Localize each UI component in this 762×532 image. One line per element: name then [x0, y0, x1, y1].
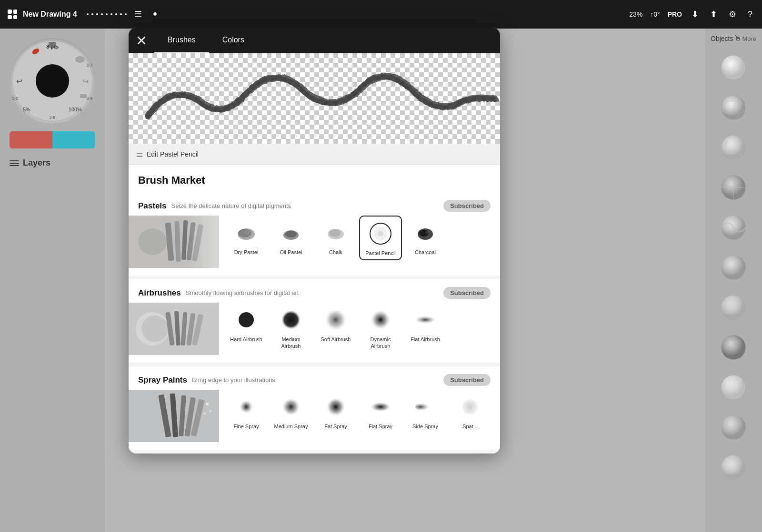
download-btn[interactable]: ⬇ — [690, 7, 701, 21]
objects-icon[interactable]: 🖱 — [734, 34, 742, 43]
brush-item-side-spray[interactable]: Side Spray — [404, 390, 447, 433]
sphere-item-4[interactable] — [714, 168, 752, 207]
brush-item-oil-pastel[interactable]: Oil Pastel — [270, 216, 312, 260]
brush-item-soft-airbrush[interactable]: Soft Airbrush — [314, 303, 357, 353]
svg-point-42 — [334, 233, 340, 237]
close-icon — [137, 36, 146, 45]
help-btn[interactable]: ? — [746, 8, 754, 21]
brush-item-fat-spray[interactable]: Fat Spray — [314, 390, 357, 433]
sphere-svg-8 — [719, 333, 748, 362]
color-bar-cyan[interactable] — [52, 131, 95, 148]
spray-preview-svg — [129, 390, 219, 442]
svg-point-9 — [31, 48, 40, 56]
svg-point-0 — [12, 40, 93, 121]
svg-point-70 — [204, 413, 206, 415]
chalk-thumb — [321, 218, 350, 247]
redo-btn[interactable]: ↪ — [82, 77, 89, 86]
layers-row[interactable]: Layers — [10, 156, 95, 170]
brush-item-medium-spray[interactable]: Medium Spray — [270, 390, 312, 433]
sphere-item-2[interactable] — [714, 89, 752, 127]
tab-brushes[interactable]: Brushes — [154, 28, 209, 53]
svg-point-13 — [721, 135, 746, 160]
sphere-svg-1 — [719, 53, 748, 82]
settings-btn[interactable]: ⚙ — [727, 7, 738, 21]
magic-btn[interactable]: ✦ — [150, 7, 160, 21]
pastel-pencil-svg — [369, 222, 392, 246]
brush-item-dry-pastel[interactable]: Dry Pastel — [225, 216, 268, 260]
brush-stroke-svg — [129, 53, 500, 144]
fine-spray-name: Fine Spray — [233, 423, 259, 430]
grid-icon[interactable] — [8, 10, 17, 19]
sphere-item-6[interactable] — [714, 248, 752, 286]
dynamic-airbrush-thumb — [366, 305, 395, 334]
edit-brush-label[interactable]: Edit Pastel Pencil — [147, 150, 199, 158]
svg-point-61 — [415, 316, 436, 324]
pastel-pencil-name: Pastel Pencil — [365, 250, 396, 256]
brush-item-spat[interactable]: Spat... — [449, 390, 491, 433]
category-preview-pastels — [129, 216, 219, 268]
hamburger-btn[interactable]: ☰ — [132, 7, 144, 21]
category-name-pastels: Pastels — [138, 201, 167, 211]
more-label[interactable]: More — [742, 35, 756, 42]
share-btn[interactable]: ⬆ — [708, 7, 719, 21]
zoom-stat: 23% — [629, 10, 642, 18]
undo-btn[interactable]: ↩ — [16, 77, 22, 86]
sliders-icon: ⚌ — [136, 149, 143, 158]
brush-item-charcoal[interactable]: Charcoal — [404, 216, 447, 260]
oil-pastel-name: Oil Pastel — [280, 249, 302, 256]
flat-airbrush-svg — [413, 308, 437, 332]
sphere-item-9[interactable] — [714, 368, 752, 406]
fat-spray-name: Fat Spray — [324, 423, 347, 430]
category-spray-paints: Spray Paints Bring edge to your illustra… — [129, 366, 500, 450]
sphere-item-11[interactable] — [714, 448, 752, 486]
sphere-item-1[interactable] — [714, 49, 752, 87]
close-btn[interactable] — [129, 28, 154, 53]
svg-point-71 — [240, 400, 253, 414]
category-airbrushes: Airbrushes Smoothly flowing airbrushes f… — [129, 279, 500, 363]
color-bar[interactable] — [10, 131, 95, 148]
charcoal-name: Charcoal — [415, 249, 436, 256]
brush-item-flat-airbrush[interactable]: Flat Airbrush — [404, 303, 447, 353]
dry-pastel-thumb — [232, 218, 261, 247]
svg-point-19 — [721, 255, 746, 280]
sphere-item-8[interactable] — [714, 328, 752, 366]
sphere-item-3[interactable] — [714, 128, 752, 167]
svg-point-48 — [425, 231, 430, 234]
brush-items-airbrushes: Hard Airbrush — [219, 303, 452, 353]
tab-colors[interactable]: Colors — [209, 28, 258, 53]
brush-item-chalk[interactable]: Chalk — [314, 216, 357, 260]
brush-item-medium-airbrush[interactable]: Medium Airbrush — [270, 303, 312, 353]
sphere-svg-9 — [719, 373, 748, 402]
soft-airbrush-thumb — [321, 305, 350, 334]
brush-item-flat-spray[interactable]: Flat Spray — [359, 390, 402, 433]
hard-airbrush-thumb — [232, 305, 261, 334]
svg-rect-34 — [186, 216, 219, 268]
category-desc-pastels: Seize the delicate nature of digital pig… — [171, 202, 291, 209]
svg-text:2·7: 2·7 — [87, 63, 93, 68]
category-name-spray: Spray Paints — [138, 375, 187, 385]
category-body-pastels: Dry Pastel Oil Pastel — [129, 216, 500, 276]
hard-airbrush-name: Hard Airbrush — [230, 336, 262, 343]
charcoal-svg — [413, 221, 437, 245]
brush-item-pastel-pencil[interactable]: Pastel Pencil — [359, 216, 402, 260]
radial-widget[interactable]: 8 pts 5% 100% 5 2·7 4·8 2·8 3·0 ↩ ↪ — [10, 38, 95, 124]
hard-airbrush-svg — [234, 308, 258, 332]
medium-airbrush-name: Medium Airbrush — [272, 336, 310, 350]
sphere-item-7[interactable] — [714, 288, 752, 326]
right-panel: Objects 🖱 More — [705, 29, 762, 532]
fat-spray-svg — [324, 395, 348, 419]
brush-item-dynamic-airbrush[interactable]: Dynamic Airbrush — [359, 303, 402, 353]
rotation-stat: ↑0° — [650, 10, 660, 18]
dynamic-airbrush-name: Dynamic Airbrush — [362, 336, 399, 350]
edit-brush-bar: ⚌ Edit Pastel Pencil — [129, 144, 500, 165]
sphere-item-10[interactable] — [714, 408, 752, 446]
sphere-svg-3 — [719, 133, 748, 162]
spat-name: Spat... — [462, 423, 478, 430]
dots-icon[interactable] — [87, 13, 127, 15]
brush-item-fine-spray[interactable]: Fine Spray — [225, 390, 268, 433]
brush-item-hard-airbrush[interactable]: Hard Airbrush — [225, 303, 268, 353]
sphere-item-5[interactable] — [714, 208, 752, 246]
brush-market-content: Brush Market Pastels Seize the delicate … — [129, 165, 500, 453]
svg-point-7 — [75, 56, 85, 63]
color-bar-red[interactable] — [10, 131, 52, 148]
